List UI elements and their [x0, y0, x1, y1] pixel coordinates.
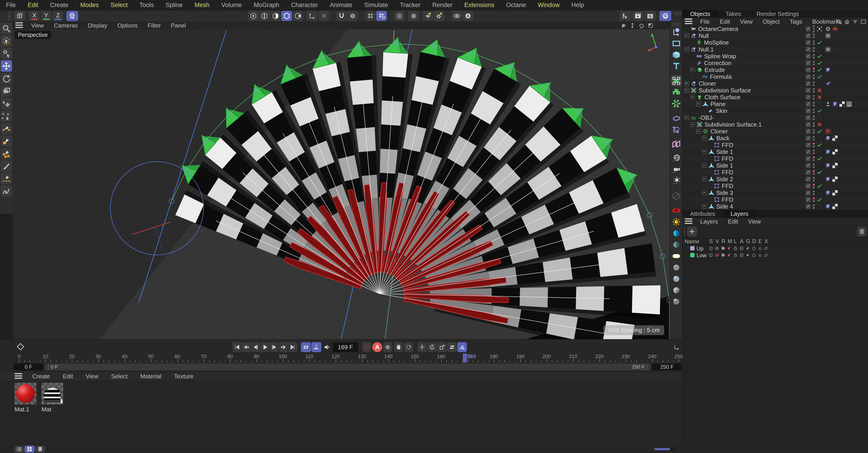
record-scale-button[interactable] — [437, 342, 447, 352]
tree-row-cloner[interactable]: Cloner — [682, 128, 868, 135]
palette-mograph-selection-button[interactable] — [671, 139, 682, 149]
axis-lock-x[interactable]: X — [29, 11, 39, 21]
palette-cloner-object-button[interactable] — [671, 98, 682, 109]
quantize-settings-button[interactable] — [376, 11, 387, 21]
tag-uv[interactable] — [832, 190, 838, 196]
menu-tools[interactable]: Tools — [133, 2, 160, 9]
menu-mograph[interactable]: MoGraph — [248, 2, 285, 9]
autokey-range-button[interactable]: A — [311, 342, 321, 352]
tool-transform[interactable] — [1, 98, 12, 109]
tag-mat-red[interactable] — [825, 129, 831, 134]
layers-drag-handle[interactable] — [683, 227, 686, 236]
objects-filter-button[interactable] — [851, 18, 859, 25]
visibility-dots[interactable] — [812, 184, 815, 189]
viewport-toggle-view-button[interactable] — [646, 22, 655, 29]
tree-row-null[interactable]: Null — [682, 32, 868, 39]
tree-row-ffd[interactable]: FFD — [682, 182, 868, 189]
layer-toggle[interactable] — [806, 136, 811, 141]
tree-row-subdivision-surface[interactable]: Subdivision Surface — [682, 87, 868, 94]
menu-extensions[interactable]: Extensions — [459, 2, 500, 9]
layer-toggle[interactable] — [806, 54, 811, 59]
objects-search-button[interactable] — [835, 18, 843, 25]
transport-prev-key-button[interactable] — [242, 342, 251, 352]
tree-row-plane[interactable]: Plane — [682, 101, 868, 108]
expand-toggle[interactable] — [684, 81, 689, 86]
loop-button[interactable] — [301, 342, 311, 352]
objects-menu-view[interactable]: View — [735, 18, 758, 25]
tab-takes[interactable]: Takes — [718, 10, 749, 18]
symmetry-button[interactable] — [423, 11, 433, 21]
enable-check-icon[interactable] — [816, 60, 823, 66]
layer-toggle[interactable] — [806, 108, 811, 113]
tree-row-ffd[interactable]: FFD — [682, 142, 868, 148]
frame-field[interactable]: 169 F — [333, 342, 358, 352]
tag-block[interactable] — [825, 26, 831, 32]
layer-toggle[interactable] — [806, 67, 811, 73]
transport-prev-frame-button[interactable] — [251, 342, 260, 352]
disable-x-icon[interactable] — [816, 87, 823, 93]
layer-toggle[interactable] — [806, 74, 811, 79]
tree-row-correction[interactable]: Correction — [682, 60, 868, 66]
layer-color-swatch[interactable] — [690, 253, 694, 257]
visibility-dots[interactable] — [812, 122, 815, 127]
record-rotation-button[interactable] — [427, 342, 437, 352]
objects-menu-object[interactable]: Object — [758, 18, 785, 25]
visibility-dots[interactable] — [812, 149, 815, 154]
visibility-dots[interactable] — [812, 102, 815, 107]
polygons-mode-button[interactable] — [270, 11, 281, 21]
expand-toggle[interactable] — [702, 163, 707, 168]
layer-X-toggle[interactable] — [764, 253, 769, 258]
tag-uv[interactable] — [832, 203, 838, 209]
sound-button[interactable] — [322, 342, 332, 352]
layers-menu-icon[interactable] — [685, 217, 692, 226]
solo-auto-button[interactable]: A — [463, 11, 473, 21]
transport-next-key-button[interactable] — [279, 342, 288, 352]
layer-toggle[interactable] — [806, 40, 811, 45]
tool-brush[interactable] — [1, 161, 12, 172]
layer-V-toggle[interactable] — [714, 246, 719, 251]
tag-uv[interactable] — [832, 135, 838, 141]
layer-M-toggle[interactable] — [727, 253, 732, 258]
layer-toggle[interactable] — [806, 122, 811, 127]
visibility-dots[interactable] — [812, 81, 815, 86]
layer-toggle[interactable] — [806, 149, 811, 154]
menu-window[interactable]: Window — [532, 2, 565, 9]
menu-select[interactable]: Select — [104, 2, 133, 9]
expand-toggle[interactable] — [684, 47, 689, 52]
tree-row-side-3[interactable]: Side 3 — [682, 189, 868, 196]
disable-x-icon[interactable] — [816, 94, 823, 100]
layer-toggle[interactable] — [806, 115, 811, 120]
viewport-menu-filter[interactable]: Filter — [143, 22, 166, 29]
palette-array-object-button[interactable] — [671, 87, 682, 98]
expand-toggle[interactable] — [690, 95, 695, 100]
menu-character[interactable]: Character — [285, 2, 324, 9]
visibility-dots[interactable] — [812, 67, 815, 73]
palette-octane-arealight-button[interactable] — [671, 251, 682, 261]
layer-toggle[interactable] — [806, 177, 811, 182]
layer-toggle[interactable] — [806, 197, 811, 202]
objects-menu-edit[interactable]: Edit — [715, 18, 735, 25]
tree-row-ffd[interactable]: FFD — [682, 155, 868, 162]
menu-render[interactable]: Render — [426, 2, 459, 9]
tag-phong[interactable] — [825, 176, 831, 182]
playhead[interactable] — [463, 353, 467, 363]
tag-uv[interactable] — [832, 176, 838, 182]
falloff-settings-button[interactable] — [408, 11, 419, 21]
range-start-box[interactable]: 0 F — [13, 364, 43, 370]
viewport-menu-display[interactable]: Display — [83, 22, 112, 29]
menu-create[interactable]: Create — [44, 2, 74, 9]
layer-R-toggle[interactable] — [721, 253, 726, 258]
tool-line-cut[interactable] — [1, 173, 12, 185]
render-picture-viewer-button[interactable] — [632, 11, 644, 21]
tree-row-ffd[interactable]: FFD — [682, 169, 868, 176]
tree-row--obj-[interactable]: -OBJ- — [682, 114, 868, 121]
tree-row-side-1[interactable]: Side 1 — [682, 148, 868, 155]
viewport-menu-panel[interactable]: Panel — [166, 22, 191, 29]
layer-toggle[interactable] — [806, 33, 811, 38]
list-view-button[interactable] — [14, 446, 24, 453]
workplane-button[interactable] — [318, 11, 329, 21]
disable-x-icon[interactable] — [816, 121, 823, 128]
tag-uv[interactable] — [832, 149, 838, 155]
palette-axis-modifier-button[interactable] — [671, 124, 682, 135]
visibility-dots[interactable] — [812, 191, 815, 195]
